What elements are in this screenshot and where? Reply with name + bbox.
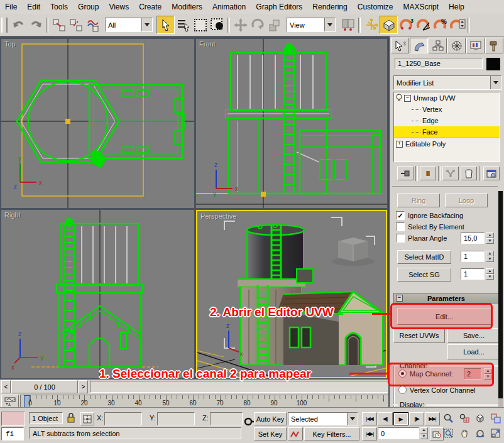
- selection-filter-dropdown[interactable]: All: [105, 18, 153, 32]
- menu-tools[interactable]: Tools: [45, 1, 73, 13]
- arc-rotate-icon[interactable]: [473, 427, 487, 439]
- current-frame-spinner[interactable]: ▲▼: [420, 427, 428, 439]
- parameters-rollout-header[interactable]: − Parameters: [393, 293, 499, 304]
- sg-field[interactable]: 1: [461, 268, 485, 280]
- absolute-offset-toggle-icon[interactable]: [80, 412, 94, 425]
- vertex-color-channel-radio[interactable]: [398, 386, 407, 394]
- modifier-list-dropdown[interactable]: Modifier List: [393, 75, 501, 90]
- bulb-icon[interactable]: [394, 94, 404, 102]
- planar-angle-field[interactable]: 15,0: [461, 232, 485, 244]
- viewport-right[interactable]: Right: [1, 210, 194, 378]
- reference-coordinate-arrow-icon[interactable]: [324, 18, 335, 31]
- window-crossing-toggle-icon[interactable]: [209, 16, 226, 33]
- select-by-name-icon[interactable]: [175, 16, 192, 33]
- panel-scrollbar[interactable]: [498, 191, 503, 407]
- rectangular-selection-region-icon[interactable]: [192, 16, 209, 33]
- play-button[interactable]: ▶: [393, 412, 408, 425]
- save-uvws-button[interactable]: Save...: [447, 328, 500, 343]
- tab-modify-icon[interactable]: [410, 38, 428, 53]
- min-max-toggle-icon[interactable]: [488, 427, 503, 439]
- menu-animation[interactable]: Animation: [207, 1, 251, 13]
- menu-modifiers[interactable]: Modifiers: [167, 1, 207, 13]
- angle-snap-toggle-icon[interactable]: [415, 16, 432, 33]
- key-mode-toggle-button[interactable]: |◀▶|: [362, 427, 377, 440]
- toolbar-drag-handle[interactable]: [1, 18, 8, 33]
- go-to-end-button[interactable]: ▶▶|: [425, 412, 440, 425]
- planar-angle-spinner[interactable]: ▲▼: [486, 232, 494, 244]
- go-to-start-button[interactable]: |◀◀: [362, 412, 377, 425]
- time-slider-track[interactable]: [90, 381, 388, 393]
- rollout-collapse-icon[interactable]: −: [396, 295, 403, 302]
- select-and-move-icon[interactable]: [232, 16, 249, 33]
- track-bar-ruler[interactable]: 0 10 20 30 40 50 60 70 80 90 100: [20, 395, 388, 408]
- select-and-rotate-icon[interactable]: [249, 16, 266, 33]
- auto-key-button[interactable]: Auto Key: [254, 412, 287, 425]
- y-coord-field[interactable]: [157, 412, 195, 425]
- menu-maxscript[interactable]: MAXScript: [398, 1, 444, 13]
- stack-item-unwrap-uvw[interactable]: − Unwrap UVW: [394, 92, 500, 104]
- select-by-element-checkbox[interactable]: [396, 222, 405, 231]
- time-slider-next-button[interactable]: >: [79, 380, 88, 393]
- expand-icon[interactable]: +: [396, 141, 403, 148]
- current-frame-field[interactable]: 0: [378, 427, 419, 439]
- stack-subitem-edge[interactable]: Edge: [394, 115, 500, 126]
- undo-icon[interactable]: [10, 16, 27, 33]
- tab-motion-icon[interactable]: [447, 38, 466, 53]
- redo-icon[interactable]: [27, 16, 44, 33]
- x-coord-field[interactable]: [104, 412, 142, 425]
- selection-lock-icon[interactable]: [67, 412, 75, 423]
- tab-display-icon[interactable]: [466, 38, 485, 53]
- ignore-backfacing-checkbox[interactable]: ✓: [396, 211, 405, 220]
- unlink-selection-icon[interactable]: [67, 16, 84, 33]
- ring-button[interactable]: Ring: [397, 194, 440, 207]
- time-slider-prev-button[interactable]: <: [1, 380, 11, 393]
- zoom-extents-all-icon[interactable]: [488, 412, 503, 424]
- key-filter-scope-dropdown[interactable]: Selected: [288, 412, 358, 425]
- menu-graph-editors[interactable]: Graph Editors: [251, 1, 307, 13]
- maxscript-mini-listener-white[interactable]: fi: [1, 427, 24, 440]
- zoom-icon[interactable]: [441, 412, 456, 424]
- tab-create-icon[interactable]: [391, 38, 409, 53]
- menu-help[interactable]: Help: [444, 1, 469, 13]
- object-color-swatch[interactable]: [486, 58, 500, 70]
- stack-item-editable-poly[interactable]: + Editable Poly: [394, 138, 500, 150]
- loop-button[interactable]: Loop: [445, 194, 488, 207]
- stack-subitem-face-selected[interactable]: Face: [394, 126, 500, 138]
- viewport-perspective[interactable]: Perspective: [196, 210, 387, 378]
- tab-utilities-icon[interactable]: [485, 38, 503, 53]
- percent-snap-icon[interactable]: %: [432, 16, 449, 33]
- key-filter-scope-arrow-icon[interactable]: [347, 413, 358, 425]
- menu-group[interactable]: Group: [73, 1, 104, 13]
- stack-subitem-vertex[interactable]: Vertex: [394, 104, 500, 115]
- zoom-extents-icon[interactable]: [473, 412, 487, 424]
- menu-edit[interactable]: Edit: [22, 1, 45, 13]
- next-frame-button[interactable]: ||▶: [409, 412, 424, 425]
- z-coord-field[interactable]: [210, 412, 243, 425]
- modifier-list-arrow-icon[interactable]: [490, 76, 501, 89]
- select-and-link-icon[interactable]: [50, 16, 67, 33]
- menu-file[interactable]: File: [0, 1, 22, 13]
- menu-rendering[interactable]: Rendering: [307, 1, 352, 13]
- load-uvws-button[interactable]: Load...: [447, 344, 500, 359]
- select-and-scale-icon[interactable]: [266, 16, 283, 33]
- open-mini-curve-editor-icon[interactable]: [1, 395, 19, 408]
- time-slider-handle[interactable]: 0 / 100: [11, 380, 78, 393]
- collapse-icon[interactable]: −: [404, 95, 411, 102]
- planar-angle-checkbox[interactable]: [396, 234, 405, 243]
- set-key-curve-icon[interactable]: [288, 427, 303, 440]
- menu-create[interactable]: Create: [134, 1, 167, 13]
- tab-hierarchy-icon[interactable]: [429, 38, 447, 53]
- remove-modifier-icon[interactable]: [461, 167, 477, 180]
- bind-to-spacewarp-icon[interactable]: [84, 16, 101, 33]
- angle-snap-3d-icon[interactable]: 3: [398, 16, 415, 33]
- matid-field[interactable]: 1: [461, 251, 485, 262]
- use-pivot-center-icon[interactable]: [339, 16, 356, 33]
- viewport-front[interactable]: Front: [196, 39, 387, 208]
- select-matid-button[interactable]: Select MatID: [397, 250, 451, 264]
- reset-uvws-button[interactable]: Reset UVWs: [393, 328, 445, 343]
- viewport-top[interactable]: Top: [1, 39, 194, 208]
- menu-customize[interactable]: Customize: [353, 1, 398, 13]
- previous-frame-button[interactable]: ◀||: [378, 412, 393, 425]
- set-key-button[interactable]: Set Key: [254, 427, 287, 440]
- sg-spinner[interactable]: ▲▼: [486, 268, 494, 280]
